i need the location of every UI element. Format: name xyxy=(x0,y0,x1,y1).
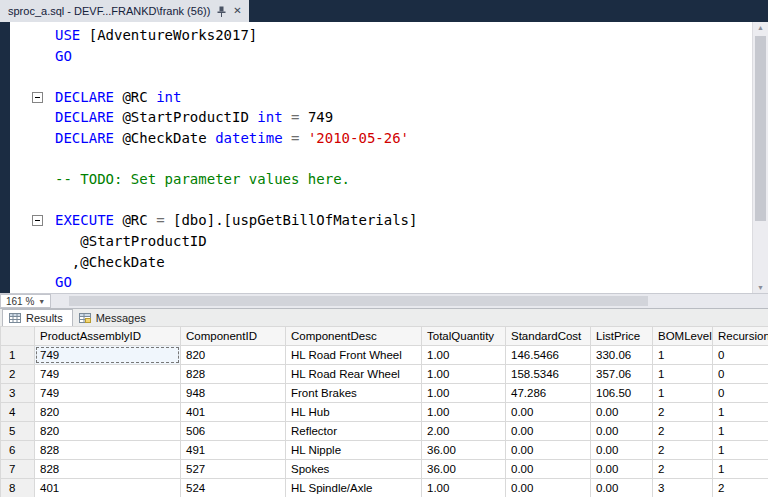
grid-cell[interactable]: 820 xyxy=(181,346,286,365)
grid-cell[interactable]: 1 xyxy=(713,460,768,479)
column-header-componentdesc[interactable]: ComponentDesc xyxy=(286,327,422,346)
grid-cell[interactable]: 1 xyxy=(653,384,713,403)
grid-cell[interactable]: 0.00 xyxy=(506,422,591,441)
grid-cell[interactable]: 2 xyxy=(653,403,713,422)
grid-cell[interactable]: Reflector xyxy=(286,422,422,441)
grid-cell[interactable]: 0.00 xyxy=(591,422,653,441)
grid-cell[interactable]: 0.00 xyxy=(506,441,591,460)
column-header-listprice[interactable]: ListPrice xyxy=(591,327,653,346)
grid-cell[interactable]: 0.00 xyxy=(506,403,591,422)
grid-cell[interactable]: 0.00 xyxy=(591,479,653,497)
row-number[interactable]: 1 xyxy=(1,346,35,365)
editor-vertical-scrollbar[interactable]: ▲ ▼ xyxy=(752,22,768,293)
code-lines[interactable]: USE [AdventureWorks2017]GODECLARE @RC in… xyxy=(0,22,752,293)
grid-cell[interactable]: 1.00 xyxy=(422,346,506,365)
grid-cell[interactable]: 1.00 xyxy=(422,384,506,403)
grid-cell[interactable]: 401 xyxy=(35,479,181,497)
grid-cell[interactable]: 0.00 xyxy=(591,460,653,479)
grid-cell[interactable]: 0 xyxy=(713,365,768,384)
grid-cell[interactable]: 36.00 xyxy=(422,460,506,479)
fold-collapse-icon[interactable] xyxy=(32,215,43,226)
column-header-recursionlevel[interactable]: RecursionLevel xyxy=(713,327,768,346)
grid-cell[interactable]: 106.50 xyxy=(591,384,653,403)
grid-cell[interactable]: 1.00 xyxy=(422,403,506,422)
grid-cell[interactable]: 828 xyxy=(181,365,286,384)
grid-cell[interactable]: 948 xyxy=(181,384,286,403)
grid-cell[interactable]: HL Road Front Wheel xyxy=(286,346,422,365)
grid-cell[interactable]: 0 xyxy=(713,384,768,403)
select-all-corner[interactable] xyxy=(1,327,35,346)
code-line[interactable] xyxy=(0,149,752,170)
grid-cell[interactable]: 47.286 xyxy=(506,384,591,403)
fold-collapse-icon[interactable] xyxy=(32,92,43,103)
grid-cell[interactable]: 1.00 xyxy=(422,365,506,384)
code-line[interactable]: @StartProductID xyxy=(0,231,752,252)
grid-cell[interactable]: 1 xyxy=(653,346,713,365)
row-number[interactable]: 4 xyxy=(1,403,35,422)
grid-cell[interactable]: 2 xyxy=(713,479,768,497)
grid-cell[interactable]: Spokes xyxy=(286,460,422,479)
grid-cell[interactable]: 506 xyxy=(181,422,286,441)
tab-results[interactable]: Results xyxy=(2,309,73,326)
grid-cell[interactable]: 146.5466 xyxy=(506,346,591,365)
grid-cell[interactable]: 2 xyxy=(653,460,713,479)
row-number[interactable]: 7 xyxy=(1,460,35,479)
grid-cell[interactable]: 1.00 xyxy=(422,479,506,497)
grid-cell[interactable]: 357.06 xyxy=(591,365,653,384)
column-header-bomlevel[interactable]: BOMLevel xyxy=(653,327,713,346)
horizontal-scroll-thumb[interactable] xyxy=(69,296,648,306)
tab-messages[interactable]: Messages xyxy=(73,309,155,326)
grid-cell[interactable]: 401 xyxy=(181,403,286,422)
sql-editor[interactable]: USE [AdventureWorks2017]GODECLARE @RC in… xyxy=(0,22,768,293)
row-number[interactable]: 2 xyxy=(1,365,35,384)
grid-cell[interactable]: 0.00 xyxy=(506,479,591,497)
grid-cell[interactable]: 749 xyxy=(35,384,181,403)
column-header-totalquantity[interactable]: TotalQuantity xyxy=(422,327,506,346)
grid-cell[interactable]: 828 xyxy=(35,441,181,460)
code-line[interactable] xyxy=(0,190,752,211)
grid-cell[interactable]: HL Road Rear Wheel xyxy=(286,365,422,384)
code-line[interactable]: GO xyxy=(0,272,752,293)
zoom-control[interactable]: 161 % ▼ xyxy=(0,294,51,308)
grid-cell[interactable]: 330.06 xyxy=(591,346,653,365)
code-line[interactable]: DECLARE @StartProductID int = 749 xyxy=(0,107,752,128)
grid-cell[interactable]: Front Brakes xyxy=(286,384,422,403)
column-header-productassemblyid[interactable]: ProductAssemblyID xyxy=(35,327,181,346)
scroll-down-icon[interactable]: ▼ xyxy=(753,284,768,291)
grid-cell[interactable]: 36.00 xyxy=(422,441,506,460)
grid-cell[interactable]: 0.00 xyxy=(591,441,653,460)
editor-horizontal-scrollbar[interactable] xyxy=(51,294,768,308)
grid-cell[interactable]: 820 xyxy=(35,422,181,441)
grid-cell[interactable]: 0.00 xyxy=(591,403,653,422)
vertical-scroll-thumb[interactable] xyxy=(755,36,766,221)
grid-cell[interactable]: 0.00 xyxy=(506,460,591,479)
row-number[interactable]: 6 xyxy=(1,441,35,460)
grid-cell[interactable]: 820 xyxy=(35,403,181,422)
grid-cell[interactable]: 158.5346 xyxy=(506,365,591,384)
grid-cell[interactable]: 1 xyxy=(713,441,768,460)
grid-cell[interactable]: 2 xyxy=(653,422,713,441)
pin-icon[interactable] xyxy=(217,6,226,17)
grid-cell[interactable]: 2 xyxy=(653,441,713,460)
grid-cell[interactable]: 2.00 xyxy=(422,422,506,441)
code-line[interactable]: ,@CheckDate xyxy=(0,252,752,273)
row-number[interactable]: 3 xyxy=(1,384,35,403)
code-line[interactable]: GO xyxy=(0,46,752,67)
code-line[interactable]: DECLARE @CheckDate datetime = '2010-05-2… xyxy=(0,128,752,149)
grid-cell[interactable]: 749 xyxy=(35,365,181,384)
grid-cell[interactable]: HL Hub xyxy=(286,403,422,422)
grid-cell[interactable]: 828 xyxy=(35,460,181,479)
scroll-up-icon[interactable]: ▲ xyxy=(753,24,768,31)
column-header-standardcost[interactable]: StandardCost xyxy=(506,327,591,346)
code-line[interactable]: -- TODO: Set parameter values here. xyxy=(0,169,752,190)
row-number[interactable]: 8 xyxy=(1,479,35,497)
grid-cell[interactable]: 749 xyxy=(35,346,181,365)
code-line[interactable]: DECLARE @RC int xyxy=(0,87,752,108)
code-line[interactable] xyxy=(0,66,752,87)
document-tab[interactable]: sproc_a.sql - DEVF...FRANKD\frank (56)) … xyxy=(0,0,249,22)
grid-cell[interactable]: 0 xyxy=(713,346,768,365)
grid-cell[interactable]: 524 xyxy=(181,479,286,497)
grid-cell[interactable]: 1 xyxy=(653,365,713,384)
grid-cell[interactable]: 527 xyxy=(181,460,286,479)
grid-cell[interactable]: 1 xyxy=(713,403,768,422)
